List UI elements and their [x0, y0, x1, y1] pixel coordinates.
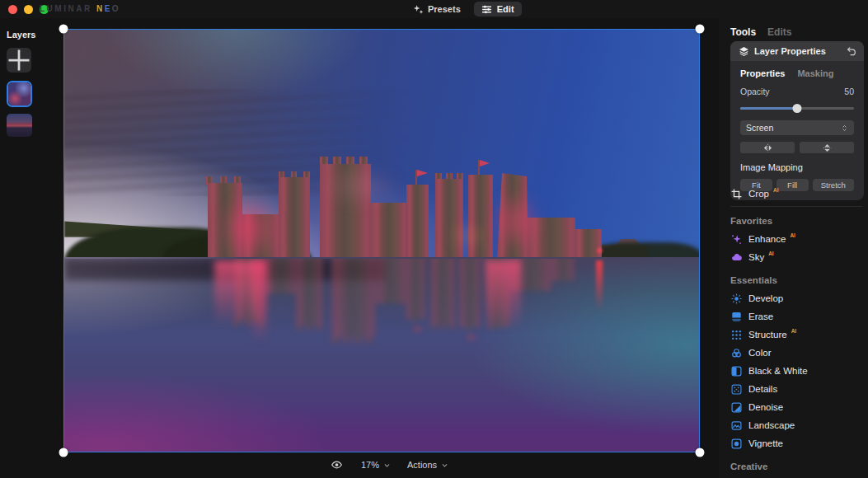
layer-properties-header[interactable]: Layer Properties — [730, 41, 864, 61]
erase-icon — [730, 312, 742, 322]
tab-masking[interactable]: Masking — [797, 68, 833, 78]
tool-item-enhance[interactable]: EnhanceAI — [730, 230, 862, 248]
landscape-icon — [730, 420, 742, 431]
chevron-updown-icon — [841, 124, 848, 133]
canvas-castle — [196, 153, 608, 260]
details-icon — [730, 384, 742, 395]
develop-icon — [730, 293, 742, 304]
canvas-reflection — [64, 259, 700, 356]
opacity-label: Opacity — [740, 87, 770, 96]
add-layer-button[interactable] — [7, 48, 31, 73]
app-logo: LUMINAR NEO — [40, 4, 120, 13]
tools-panel: Tools Edits Layer Properties Properties … — [719, 0, 868, 478]
flip-horizontal-icon — [763, 143, 772, 152]
opacity-value: 50 — [844, 87, 854, 96]
section-header-essentials: Essentials — [730, 271, 862, 289]
vignette-icon — [730, 438, 742, 449]
bw-icon — [730, 366, 742, 377]
tool-label: Develop — [748, 293, 783, 303]
tool-item-vignette[interactable]: Vignette — [730, 434, 862, 452]
tool-label: Landscape — [748, 420, 795, 430]
tool-label: Color — [748, 348, 771, 358]
tool-label: Black & White — [748, 366, 808, 376]
ai-badge: AI — [791, 328, 797, 334]
opacity-slider-thumb[interactable] — [793, 104, 802, 113]
minimize-window-icon[interactable] — [24, 5, 33, 14]
tool-label: Erase — [748, 312, 773, 321]
edit-label: Edit — [497, 4, 514, 14]
canvas-distant-light — [596, 246, 603, 255]
chevron-down-icon — [383, 462, 391, 469]
tool-item-develop[interactable]: Develop — [730, 289, 862, 307]
reset-undo-icon[interactable] — [847, 46, 856, 56]
tool-item-landscape[interactable]: Landscape — [730, 416, 862, 434]
layer-properties-title: Layer Properties — [754, 46, 826, 56]
presets-button[interactable]: Presets — [409, 2, 464, 16]
layers-panel-title: Layers — [7, 30, 35, 40]
tab-properties[interactable]: Properties — [740, 68, 785, 78]
tool-item-structure[interactable]: StructureAI — [730, 326, 862, 344]
canvas-handle-top-right[interactable] — [696, 25, 705, 34]
tool-label: Crop — [748, 189, 769, 199]
tool-label: Details — [748, 384, 777, 394]
tool-item-erase[interactable]: Erase — [730, 307, 862, 326]
canvas-handle-bottom-right[interactable] — [696, 448, 705, 457]
tool-item-crop[interactable]: CropAI — [730, 185, 862, 203]
structure-icon — [730, 330, 742, 340]
canvas-handle-top-left[interactable] — [59, 25, 68, 34]
tool-label: Enhance — [748, 234, 786, 244]
opacity-slider[interactable] — [740, 103, 854, 112]
crop-icon — [730, 189, 742, 199]
ai-badge: AI — [768, 251, 774, 256]
enhance-icon — [730, 234, 742, 245]
tool-item-denoise[interactable]: Denoise — [730, 398, 862, 416]
tool-item-color[interactable]: Color — [730, 344, 862, 362]
eye-icon[interactable] — [328, 459, 345, 471]
tool-label: Sky — [748, 252, 764, 262]
tab-edits[interactable]: Edits — [767, 26, 791, 38]
layer-properties-card: Layer Properties Properties Masking Opac… — [730, 41, 864, 200]
layers-icon — [738, 46, 749, 57]
status-bar: 17% Actions — [328, 459, 448, 471]
layer-thumbnail-overlay-selected[interactable] — [7, 81, 32, 107]
blend-mode-dropdown[interactable]: Screen — [740, 120, 854, 135]
presets-sparkle-icon — [412, 4, 424, 15]
ai-badge: AI — [773, 187, 779, 193]
image-canvas[interactable] — [63, 29, 700, 452]
section-header-favorites: Favorites — [730, 212, 862, 230]
tool-list: CropAIFavoritesEnhanceAISkyAIEssentialsD… — [730, 185, 862, 476]
image-mapping-label: Image Mapping — [740, 162, 854, 172]
edit-sliders-icon — [481, 4, 493, 15]
ai-badge: AI — [790, 232, 795, 238]
canvas-handle-bottom-left[interactable] — [59, 448, 68, 457]
actions-dropdown[interactable]: Actions — [407, 460, 448, 470]
color-icon — [730, 348, 742, 358]
chevron-down-icon — [441, 462, 448, 469]
flip-horizontal-button[interactable] — [740, 142, 795, 153]
close-window-icon[interactable] — [8, 5, 17, 14]
tool-item-sky[interactable]: SkyAI — [730, 248, 862, 266]
section-header-creative: Creative — [730, 457, 862, 476]
layer-thumbnail-base-photo[interactable] — [7, 114, 32, 137]
plus-icon — [7, 48, 31, 73]
tab-tools[interactable]: Tools — [730, 26, 756, 38]
sky-icon — [730, 252, 742, 263]
opacity-slider-fill — [740, 107, 797, 110]
flip-vertical-icon — [823, 143, 832, 152]
denoise-icon — [730, 402, 742, 413]
flip-vertical-button[interactable] — [800, 142, 854, 153]
divider — [730, 206, 862, 207]
tool-item-black-white[interactable]: Black & White — [730, 362, 862, 380]
blend-mode-value: Screen — [746, 123, 773, 133]
tool-label: Vignette — [748, 438, 783, 448]
tool-item-details[interactable]: Details — [730, 380, 862, 398]
presets-label: Presets — [428, 4, 461, 14]
luminar-neo-window: LUMINAR NEO Presets Edit Cancel Apply La… — [0, 0, 868, 478]
tool-label: Denoise — [748, 402, 783, 412]
zoom-level-dropdown[interactable]: 17% — [361, 460, 391, 470]
tool-label: Structure — [748, 330, 787, 340]
edit-button[interactable]: Edit — [474, 2, 522, 16]
